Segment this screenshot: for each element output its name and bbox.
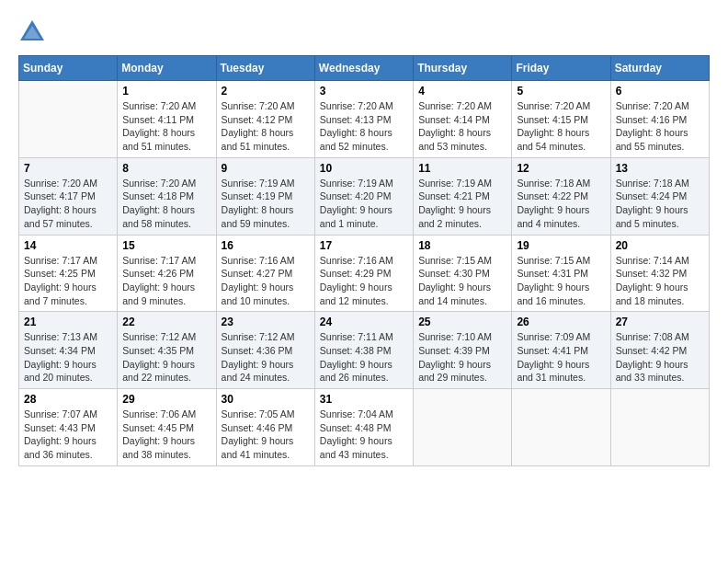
calendar-cell: 18Sunrise: 7:15 AMSunset: 4:30 PMDayligh… — [414, 235, 512, 312]
calendar-cell — [610, 389, 709, 466]
calendar-cell: 31Sunrise: 7:04 AMSunset: 4:48 PMDayligh… — [314, 389, 413, 466]
day-number: 25 — [418, 316, 506, 328]
day-number: 10 — [320, 162, 408, 175]
calendar-cell: 14Sunrise: 7:17 AMSunset: 4:25 PMDayligh… — [19, 235, 118, 312]
day-number: 29 — [122, 393, 210, 406]
day-detail: Sunrise: 7:18 AMSunset: 4:22 PMDaylight:… — [517, 177, 605, 231]
day-detail: Sunrise: 7:08 AMSunset: 4:42 PMDaylight:… — [616, 330, 704, 385]
day-number: 16 — [222, 239, 310, 252]
day-number: 20 — [616, 239, 704, 252]
calendar-cell — [512, 389, 610, 466]
day-number: 1 — [122, 85, 210, 98]
day-detail: Sunrise: 7:14 AMSunset: 4:32 PMDaylight:… — [616, 254, 704, 308]
calendar-cell: 19Sunrise: 7:15 AMSunset: 4:31 PMDayligh… — [512, 235, 610, 312]
col-header-tuesday: Tuesday — [216, 56, 314, 81]
day-number: 14 — [24, 239, 112, 252]
day-number: 2 — [222, 85, 310, 98]
page-header — [18, 18, 710, 46]
day-detail: Sunrise: 7:13 AMSunset: 4:34 PMDaylight:… — [24, 330, 112, 385]
day-number: 11 — [418, 162, 506, 175]
day-detail: Sunrise: 7:05 AMSunset: 4:46 PMDaylight:… — [222, 408, 310, 462]
day-number: 21 — [24, 316, 112, 328]
day-number: 13 — [616, 162, 704, 175]
day-detail: Sunrise: 7:17 AMSunset: 4:26 PMDaylight:… — [122, 254, 210, 308]
calendar-cell: 30Sunrise: 7:05 AMSunset: 4:46 PMDayligh… — [216, 389, 314, 466]
calendar-cell: 29Sunrise: 7:06 AMSunset: 4:45 PMDayligh… — [118, 389, 216, 466]
col-header-monday: Monday — [118, 56, 216, 81]
day-number: 19 — [517, 239, 605, 252]
day-detail: Sunrise: 7:12 AMSunset: 4:35 PMDaylight:… — [122, 330, 210, 385]
day-detail: Sunrise: 7:20 AMSunset: 4:16 PMDaylight:… — [616, 99, 704, 154]
calendar-cell: 28Sunrise: 7:07 AMSunset: 4:43 PMDayligh… — [19, 389, 118, 466]
day-detail: Sunrise: 7:15 AMSunset: 4:30 PMDaylight:… — [418, 254, 506, 308]
day-number: 6 — [616, 85, 704, 98]
day-detail: Sunrise: 7:19 AMSunset: 4:19 PMDaylight:… — [222, 177, 310, 231]
day-detail: Sunrise: 7:07 AMSunset: 4:43 PMDaylight:… — [24, 408, 112, 462]
day-detail: Sunrise: 7:16 AMSunset: 4:29 PMDaylight:… — [320, 254, 408, 308]
day-detail: Sunrise: 7:20 AMSunset: 4:12 PMDaylight:… — [222, 99, 310, 154]
day-number: 28 — [24, 393, 112, 406]
day-detail: Sunrise: 7:18 AMSunset: 4:24 PMDaylight:… — [616, 177, 704, 231]
calendar-cell — [414, 389, 512, 466]
calendar-cell: 26Sunrise: 7:09 AMSunset: 4:41 PMDayligh… — [512, 312, 610, 389]
calendar-cell: 22Sunrise: 7:12 AMSunset: 4:35 PMDayligh… — [118, 312, 216, 389]
day-number: 5 — [517, 85, 605, 98]
col-header-saturday: Saturday — [610, 56, 709, 81]
day-detail: Sunrise: 7:19 AMSunset: 4:21 PMDaylight:… — [418, 177, 506, 231]
day-detail: Sunrise: 7:17 AMSunset: 4:25 PMDaylight:… — [24, 254, 112, 308]
calendar-cell: 17Sunrise: 7:16 AMSunset: 4:29 PMDayligh… — [314, 235, 413, 312]
day-number: 24 — [320, 316, 408, 328]
day-number: 12 — [517, 162, 605, 175]
calendar-cell: 6Sunrise: 7:20 AMSunset: 4:16 PMDaylight… — [610, 81, 709, 158]
day-detail: Sunrise: 7:06 AMSunset: 4:45 PMDaylight:… — [122, 408, 210, 462]
day-number: 15 — [122, 239, 210, 252]
day-number: 9 — [222, 162, 310, 175]
day-detail: Sunrise: 7:16 AMSunset: 4:27 PMDaylight:… — [222, 254, 310, 308]
logo — [18, 18, 48, 46]
day-detail: Sunrise: 7:20 AMSunset: 4:17 PMDaylight:… — [24, 177, 112, 231]
col-header-sunday: Sunday — [19, 56, 118, 81]
calendar-cell: 5Sunrise: 7:20 AMSunset: 4:15 PMDaylight… — [512, 81, 610, 158]
calendar-cell: 10Sunrise: 7:19 AMSunset: 4:20 PMDayligh… — [314, 157, 413, 235]
calendar-week-row: 14Sunrise: 7:17 AMSunset: 4:25 PMDayligh… — [19, 235, 710, 312]
col-header-friday: Friday — [512, 56, 610, 81]
day-number: 4 — [418, 85, 506, 98]
day-number: 18 — [418, 239, 506, 252]
calendar-cell: 20Sunrise: 7:14 AMSunset: 4:32 PMDayligh… — [610, 235, 709, 312]
calendar-cell: 4Sunrise: 7:20 AMSunset: 4:14 PMDaylight… — [414, 81, 512, 158]
col-header-thursday: Thursday — [414, 56, 512, 81]
day-number: 30 — [222, 393, 310, 406]
day-detail: Sunrise: 7:20 AMSunset: 4:15 PMDaylight:… — [517, 99, 605, 154]
calendar-cell: 25Sunrise: 7:10 AMSunset: 4:39 PMDayligh… — [414, 312, 512, 389]
day-number: 23 — [222, 316, 310, 328]
day-number: 8 — [122, 162, 210, 175]
calendar-cell: 21Sunrise: 7:13 AMSunset: 4:34 PMDayligh… — [19, 312, 118, 389]
day-number: 26 — [517, 316, 605, 328]
calendar-cell: 8Sunrise: 7:20 AMSunset: 4:18 PMDaylight… — [118, 157, 216, 235]
calendar-cell: 16Sunrise: 7:16 AMSunset: 4:27 PMDayligh… — [216, 235, 314, 312]
calendar-week-row: 1Sunrise: 7:20 AMSunset: 4:11 PMDaylight… — [19, 81, 710, 158]
calendar-cell — [19, 81, 118, 158]
day-number: 31 — [320, 393, 408, 406]
calendar-week-row: 28Sunrise: 7:07 AMSunset: 4:43 PMDayligh… — [19, 389, 710, 466]
calendar-week-row: 7Sunrise: 7:20 AMSunset: 4:17 PMDaylight… — [19, 157, 710, 235]
calendar-cell: 12Sunrise: 7:18 AMSunset: 4:22 PMDayligh… — [512, 157, 610, 235]
day-detail: Sunrise: 7:19 AMSunset: 4:20 PMDaylight:… — [320, 177, 408, 231]
day-detail: Sunrise: 7:20 AMSunset: 4:13 PMDaylight:… — [320, 99, 408, 154]
calendar-week-row: 21Sunrise: 7:13 AMSunset: 4:34 PMDayligh… — [19, 312, 710, 389]
logo-icon — [18, 18, 46, 46]
day-detail: Sunrise: 7:20 AMSunset: 4:18 PMDaylight:… — [122, 177, 210, 231]
day-detail: Sunrise: 7:15 AMSunset: 4:31 PMDaylight:… — [517, 254, 605, 308]
day-detail: Sunrise: 7:04 AMSunset: 4:48 PMDaylight:… — [320, 408, 408, 462]
day-detail: Sunrise: 7:20 AMSunset: 4:11 PMDaylight:… — [122, 99, 210, 154]
day-detail: Sunrise: 7:09 AMSunset: 4:41 PMDaylight:… — [517, 330, 605, 385]
calendar-cell: 15Sunrise: 7:17 AMSunset: 4:26 PMDayligh… — [118, 235, 216, 312]
day-number: 22 — [122, 316, 210, 328]
day-detail: Sunrise: 7:10 AMSunset: 4:39 PMDaylight:… — [418, 330, 506, 385]
calendar-cell: 2Sunrise: 7:20 AMSunset: 4:12 PMDaylight… — [216, 81, 314, 158]
day-number: 3 — [320, 85, 408, 98]
calendar-cell: 3Sunrise: 7:20 AMSunset: 4:13 PMDaylight… — [314, 81, 413, 158]
day-number: 7 — [24, 162, 112, 175]
calendar-cell: 9Sunrise: 7:19 AMSunset: 4:19 PMDaylight… — [216, 157, 314, 235]
day-detail: Sunrise: 7:11 AMSunset: 4:38 PMDaylight:… — [320, 330, 408, 385]
